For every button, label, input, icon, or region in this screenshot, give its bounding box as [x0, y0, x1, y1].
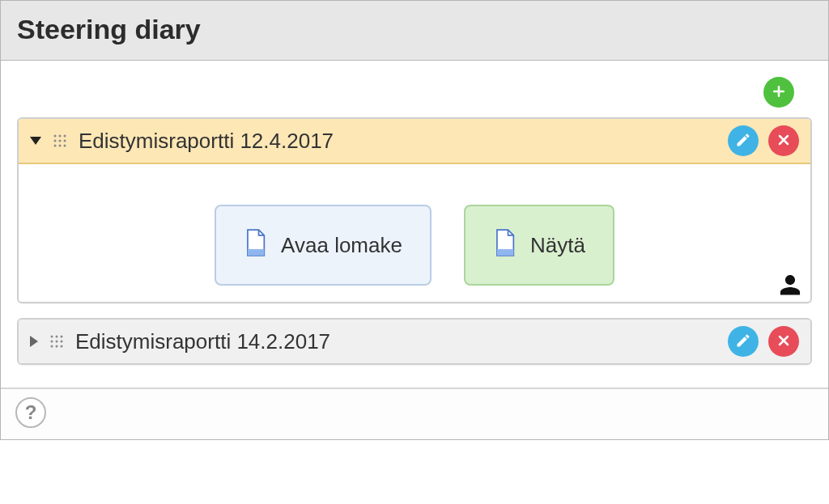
open-form-button[interactable]: Avaa lomake — [215, 205, 432, 286]
svg-point-3 — [59, 135, 62, 138]
svg-rect-13 — [248, 248, 264, 255]
panel-body: Edistymisraportti 12.4.2017 — [1, 61, 828, 388]
pencil-icon — [735, 132, 751, 150]
svg-point-7 — [64, 140, 66, 142]
edit-button[interactable] — [728, 125, 759, 156]
svg-point-22 — [56, 345, 58, 348]
show-label: Näytä — [530, 233, 585, 258]
entry-header[interactable]: Edistymisraportti 14.2.2017 — [19, 320, 810, 363]
entry-body: Avaa lomake Näytä — [19, 164, 810, 302]
pencil-icon — [735, 332, 751, 351]
svg-point-9 — [59, 145, 62, 147]
edit-button[interactable] — [728, 326, 759, 357]
toolbar — [17, 77, 812, 117]
svg-point-21 — [51, 345, 53, 348]
person-icon — [778, 273, 802, 297]
drag-handle-icon[interactable] — [53, 133, 67, 148]
svg-point-17 — [61, 336, 63, 338]
add-button[interactable] — [763, 77, 794, 108]
steering-diary-panel: Steering diary — [0, 0, 829, 440]
panel-header: Steering diary — [1, 1, 828, 61]
svg-point-4 — [64, 135, 66, 138]
svg-point-8 — [54, 145, 57, 147]
svg-point-6 — [59, 140, 62, 142]
svg-point-19 — [56, 341, 58, 343]
svg-point-18 — [51, 341, 53, 343]
svg-point-10 — [64, 145, 66, 147]
caret-down-icon — [30, 137, 41, 145]
diary-entry: Edistymisraportti 12.4.2017 — [17, 117, 812, 303]
document-icon — [244, 229, 266, 262]
entry-title: Edistymisraportti 12.4.2017 — [79, 129, 716, 154]
diary-entry: Edistymisraportti 14.2.2017 — [17, 318, 812, 365]
panel-footer: ? — [1, 388, 828, 439]
delete-button[interactable] — [768, 125, 799, 156]
svg-point-15 — [51, 336, 53, 338]
plus-icon — [771, 83, 787, 102]
show-button[interactable]: Näytä — [464, 205, 614, 286]
svg-point-23 — [61, 345, 63, 348]
delete-button[interactable] — [768, 326, 799, 357]
svg-rect-14 — [497, 248, 513, 255]
help-button[interactable]: ? — [15, 397, 46, 428]
entry-title: Edistymisraportti 14.2.2017 — [75, 329, 716, 354]
close-icon — [776, 132, 792, 150]
close-icon — [776, 332, 792, 351]
caret-right-icon — [30, 336, 38, 347]
entry-actions — [728, 125, 799, 156]
svg-point-16 — [56, 336, 58, 338]
svg-point-20 — [61, 341, 63, 343]
entry-actions — [728, 326, 799, 357]
entry-header[interactable]: Edistymisraportti 12.4.2017 — [19, 119, 810, 164]
drag-handle-icon[interactable] — [49, 334, 64, 349]
svg-point-5 — [54, 140, 57, 142]
open-form-label: Avaa lomake — [281, 233, 402, 258]
svg-point-2 — [54, 135, 57, 138]
document-icon — [493, 229, 516, 262]
help-icon: ? — [25, 401, 37, 424]
page-title: Steering diary — [17, 14, 812, 45]
